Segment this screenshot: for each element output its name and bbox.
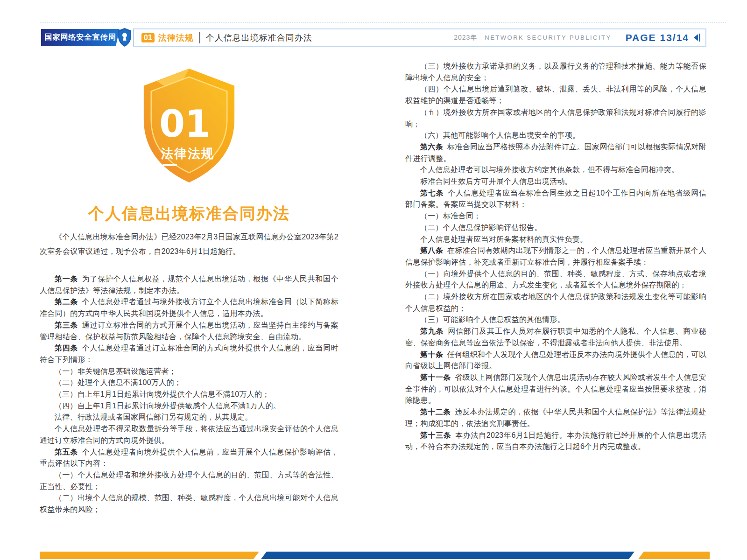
article-number: 第五条 [55,448,78,456]
article-number: 第四条 [55,344,78,352]
paragraph: 第十一条省级以上网信部门发现个人信息出境活动存在较大风险或者发生个人信息安全事件… [405,372,706,406]
paragraph: 个人信息处理者可以与境外接收方约定其他条款，但不得与标准合同相冲突。 [405,164,706,176]
paragraph: 第二条个人信息处理者通过与境外接收方订立个人信息出境标准合同（以下简称标准合同）… [40,296,338,319]
paragraph: 个人信息处理者应当对所备案材料的真实性负责。 [405,234,706,245]
article-number: 第十条 [420,350,443,358]
article-number: 第二条 [55,298,78,306]
hero-shield-dash [162,164,177,166]
paragraph: （三）自上年1月1日起累计向境外提供个人信息不满10万人的； [40,389,338,400]
paragraph: 第十二条违反本办法规定的，依据《中华人民共和国个人信息保护法》等法律法规处理；构… [405,406,706,429]
article-number: 第七条 [420,189,444,197]
article-number: 第九条 [420,327,444,335]
paragraph: 第七条个人信息处理者应当在标准合同生效之日起10个工作日内向所在地省级网信部门备… [405,188,706,210]
hero-shield-label: 法律法规 [161,147,215,161]
article-title: 个人信息出境标准合同办法 [40,203,338,224]
paragraph: 第十三条本办法自2023年6月1日起施行。本办法施行前已经开展的个人信息出境活动… [405,430,706,453]
footer-stripe-orange-right [638,552,710,559]
paragraph: 第三条通过订立标准合同的方式开展个人信息出境活动，应当坚持自主缔约与备案管理相结… [40,320,338,343]
article-column-right: （三）境外接收方承诺承担的义务，以及履行义务的管理和技术措施、能力等能否保障出境… [405,61,706,453]
article-number: 第八条 [420,246,443,254]
paragraph: （五）境外接收方所在国家或者地区的个人信息保护政策和法规对标准合同履行的影响； [405,107,706,130]
paragraph: （一）标准合同； [405,210,706,222]
paragraph: （四）个人信息出境后遭到篡改、破坏、泄露、丢失、非法利用等的风险，个人信息权益维… [405,84,706,106]
paragraph: （六）其他可能影响个人信息出境安全的事项。 [405,130,706,141]
paragraph: （二）出境个人信息的规模、范围、种类、敏感程度，个人信息出境可能对个人信息权益带… [40,492,338,515]
program-badge-label: 国家网络安全宣传周 [45,33,116,42]
article-column-left: 第一条为了保护个人信息权益，规范个人信息出境活动，根据《中华人民共和国个人信息保… [40,273,338,516]
hero-shield-graphic: 01 法律法规 [40,67,338,186]
section-label: 法律法规 [158,32,194,43]
article-number: 第十一条 [420,373,451,381]
paragraph: 第八条在标准合同有效期内出现下列情形之一的，个人信息处理者应当重新开展个人信息保… [405,245,706,268]
paragraph: （二）境外接收方所在国家或者地区的个人信息保护政策和法规发生变化等可能影响个人信… [405,291,706,314]
section-number-chip: 01 [141,33,155,42]
header-document-title: 个人信息出境标准合同办法 [206,32,312,43]
page-indicator: PAGE 13/14 [626,32,689,43]
header-right-group: 2023年 NETWORK SECURITY PUBLICITY PAGE 13… [454,32,701,43]
paragraph: 第十条任何组织和个人发现个人信息处理者违反本办法向境外提供个人信息的，可以向省级… [405,349,706,372]
program-badge: 国家网络安全宣传周 [41,29,120,46]
paragraph: （四）自上年1月1日起累计向境外提供敏感个人信息不满1万人的。 [40,400,338,412]
paragraph: 第一条为了保护个人信息权益，规范个人信息出境活动，根据《中华人民共和国个人信息保… [40,273,338,296]
header-divider [199,32,200,43]
header-year: 2023年 [454,34,477,42]
paragraph: 个人信息处理者不得采取数量拆分等手段，将依法应当通过出境安全评估的个人信息通过订… [40,423,338,446]
paragraph: （三）可能影响个人信息权益的其他情形。 [405,314,706,326]
article-number: 第六条 [420,143,443,151]
paragraph: 法律、行政法规或者国家网信部门另有规定的，从其规定。 [40,412,338,423]
paragraph: （三）境外接收方承诺承担的义务，以及履行义务的管理和技术措施、能力等能否保障出境… [405,61,706,84]
paragraph: （二）个人信息保护影响评估报告。 [405,222,706,234]
paragraph: （一）非关键信息基础设施运营者； [40,366,338,378]
header-strip: 01 法律法规 个人信息出境标准合同办法 2023年 NETWORK SECUR… [133,28,706,47]
paragraph: 第九条网信部门及其工作人员对在履行职责中知悉的个人隐私、个人信息、商业秘密、保密… [405,326,706,349]
footer-stripe-blue [261,552,634,559]
prev-page-icon[interactable] [693,33,701,42]
article-number: 第一条 [55,275,78,283]
paragraph: 标准合同生效后方可开展个人信息出境活动。 [405,176,706,188]
paragraph: 第四条个人信息处理者通过订立标准合同的方式向境外提供个人信息的，应当同时符合下列… [40,343,338,365]
shield-lock-icon [118,28,132,47]
article-number: 第三条 [55,321,78,329]
paragraph: （一）个人信息处理者和境外接收方处理个人信息的目的、范围、方式等的合法性、正当性… [40,469,338,492]
paragraph: 第五条个人信息处理者向境外提供个人信息前，应当开展个人信息保护影响评估，重点评估… [40,447,338,469]
header-left-group: 01 法律法规 个人信息出境标准合同办法 [141,32,312,43]
article-intro: 《个人信息出境标准合同办法》已经2023年2月3日国家互联网信息办公室2023年… [40,230,338,259]
footer-stripe-orange-left [40,552,259,559]
paragraph: 第六条标准合同应当严格按照本办法附件订立。国家网信部门可以根据实际情况对附件进行… [405,141,706,164]
hero-shield-number: 01 [159,102,211,146]
top-dotted-rule [40,22,726,23]
paragraph: （二）处理个人信息不满100万人的； [40,377,338,389]
header-publicity-en: NETWORK SECURITY PUBLICITY [485,34,611,41]
article-number: 第十三条 [420,431,451,439]
article-number: 第十二条 [420,408,451,416]
paragraph: （一）向境外提供个人信息的目的、范围、种类、敏感程度、方式、保存地点或者境外接收… [405,268,706,291]
